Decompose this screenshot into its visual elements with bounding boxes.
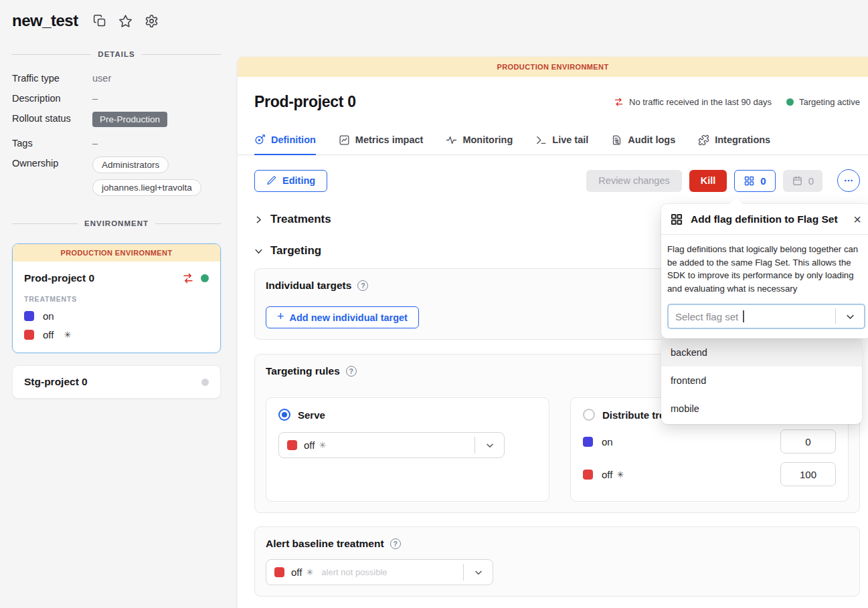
alert-not-possible-hint: alert not possible xyxy=(321,567,387,577)
environment-heading: ENVIRONMENT xyxy=(84,219,149,227)
tab-metrics-impact[interactable]: Metrics impact xyxy=(339,134,424,155)
gear-icon[interactable] xyxy=(145,14,159,28)
flag-set-option-mobile[interactable]: mobile xyxy=(661,395,862,423)
treatment-row-off: off ✳ xyxy=(24,329,209,340)
tab-label: Integrations xyxy=(715,134,770,145)
targeting-active-status: Targeting active xyxy=(799,97,860,107)
distribute-radio[interactable] xyxy=(583,409,595,421)
serve-treatment-select[interactable]: off ✳ xyxy=(278,432,505,458)
help-icon[interactable]: ? xyxy=(390,538,401,549)
editing-label: Editing xyxy=(282,175,315,186)
flag-set-grid-icon xyxy=(744,175,755,187)
environment-divider: ENVIRONMENT xyxy=(12,219,221,227)
add-individual-target-button[interactable]: + Add new individual target xyxy=(266,306,419,328)
tab-label: Audit logs xyxy=(628,134,675,145)
active-status-dot xyxy=(201,274,209,282)
description-label: Description xyxy=(12,92,92,104)
default-treatment-icon: ✳ xyxy=(616,470,624,480)
tab-label: Monitoring xyxy=(462,134,513,145)
default-treatment-icon: ✳ xyxy=(64,330,71,340)
tab-live-tail[interactable]: Live tail xyxy=(535,134,588,155)
default-treatment-icon: ✳ xyxy=(306,567,313,577)
review-changes-button[interactable]: Review changes xyxy=(586,170,681,192)
treatment-off-label: off xyxy=(43,329,54,340)
targeting-section-title: Targeting xyxy=(270,244,321,258)
prod-environment-name: Prod-project 0 xyxy=(24,272,182,284)
definition-icon xyxy=(254,134,266,145)
more-actions-button[interactable] xyxy=(837,169,860,192)
distribute-on-input[interactable] xyxy=(780,429,836,453)
star-icon[interactable] xyxy=(118,14,133,28)
add-individual-target-label: Add new individual target xyxy=(290,312,408,323)
treatment-on-swatch xyxy=(24,311,34,321)
integrations-icon xyxy=(698,134,709,146)
environment-card-production[interactable]: PRODUCTION ENVIRONMENT Prod-project 0 TR… xyxy=(12,243,221,353)
tab-label: Metrics impact xyxy=(355,134,424,145)
plus-icon: + xyxy=(277,310,284,324)
rollout-status-label: Rollout status xyxy=(12,112,92,124)
live-tail-icon xyxy=(535,134,547,146)
flag-set-count-button[interactable]: 0 xyxy=(734,170,775,192)
help-icon[interactable]: ? xyxy=(346,366,357,377)
chevron-down-icon xyxy=(254,247,263,256)
traffic-type-value: user xyxy=(92,72,111,84)
tab-audit-logs[interactable]: Audit logs xyxy=(611,134,675,155)
treatment-off-swatch xyxy=(287,440,297,450)
environment-title: Prod-project 0 xyxy=(254,93,356,111)
no-traffic-status: No traffic received in the last 90 days xyxy=(629,97,772,107)
alert-baseline-select[interactable]: off ✳ alert not possible xyxy=(266,559,493,585)
flag-set-select-placeholder: Select flag set xyxy=(675,311,738,322)
treatment-off-swatch xyxy=(274,567,284,577)
metrics-impact-icon xyxy=(339,134,350,146)
tab-definition[interactable]: Definition xyxy=(254,134,316,155)
owner-pills: Administrators johannes.liegl+travolta xyxy=(92,157,201,202)
tab-monitoring[interactable]: Monitoring xyxy=(446,134,513,155)
calendar-icon xyxy=(792,175,803,187)
individual-targets-title: Individual targets xyxy=(266,280,351,292)
distribute-row-on: on xyxy=(583,429,836,453)
details-heading: DETAILS xyxy=(98,50,135,58)
flag-set-count: 0 xyxy=(760,175,766,187)
tab-label: Live tail xyxy=(552,134,588,145)
flag-set-option-backend[interactable]: backend xyxy=(661,338,862,367)
owner-pill: Administrators xyxy=(92,157,169,173)
details-divider: DETAILS xyxy=(12,50,221,58)
right-actions: Review changes Kill 0 0 xyxy=(586,169,860,192)
text-cursor xyxy=(743,310,744,322)
flag-set-option-frontend[interactable]: frontend xyxy=(661,367,862,395)
detail-row-traffic-type: Traffic type user xyxy=(12,72,233,84)
tab-label: Definition xyxy=(271,134,316,145)
copy-icon[interactable] xyxy=(93,14,106,27)
production-environment-banner: PRODUCTION ENVIRONMENT xyxy=(238,57,868,77)
distribute-on-name: on xyxy=(602,436,613,447)
pencil-icon xyxy=(266,175,277,186)
schedule-count-button[interactable]: 0 xyxy=(783,170,822,192)
serve-radio[interactable] xyxy=(278,409,290,421)
treatment-off-swatch xyxy=(583,470,593,480)
add-flag-set-popover: Add flag definition to Flag Set × Flag d… xyxy=(661,204,868,338)
environment-card-staging[interactable]: Stg-project 0 xyxy=(12,365,221,399)
tab-integrations[interactable]: Integrations xyxy=(698,134,770,155)
help-icon[interactable]: ? xyxy=(357,280,368,291)
serve-card: Serve off ✳ xyxy=(266,397,549,502)
traffic-swap-icon xyxy=(614,97,624,107)
kill-button[interactable]: Kill xyxy=(689,170,727,192)
alert-baseline-panel: Alert baseline treatment ? off ✳ alert n… xyxy=(254,526,860,597)
distribute-off-input[interactable] xyxy=(780,462,836,486)
editing-button[interactable]: Editing xyxy=(254,170,327,192)
default-treatment-icon: ✳ xyxy=(319,440,326,450)
close-icon[interactable]: × xyxy=(852,213,863,226)
alert-baseline-title: Alert baseline treatment xyxy=(266,538,384,550)
treatments-heading: TREATMENTS xyxy=(24,295,209,303)
audit-logs-icon xyxy=(611,134,622,146)
app-root: new_test DETAILS Traffic type user Descr… xyxy=(0,0,868,608)
flag-set-select[interactable]: Select flag set xyxy=(667,304,865,329)
stg-environment-name: Stg-project 0 xyxy=(24,376,201,388)
flag-set-grid-icon xyxy=(670,213,683,226)
detail-row-description: Description – xyxy=(12,92,233,104)
inactive-status-dot xyxy=(201,379,209,386)
owner-pill: johannes.liegl+travolta xyxy=(92,179,201,196)
page-title: new_test xyxy=(12,11,78,30)
details-panel: Traffic type user Description – Rollout … xyxy=(12,72,233,202)
production-env-banner: PRODUCTION ENVIRONMENT xyxy=(13,244,220,262)
